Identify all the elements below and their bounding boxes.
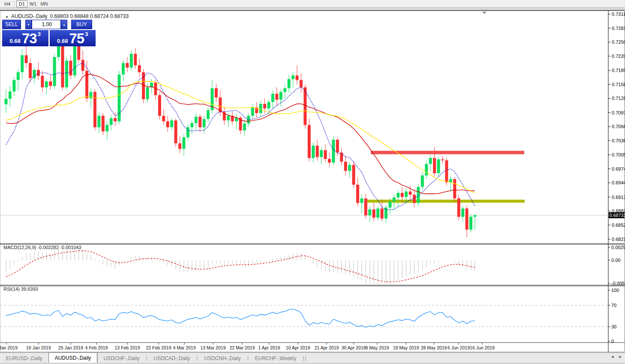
chart-tab-eurusd-daily[interactable]: EURUSD-,Daily (0, 354, 48, 363)
candle-body (61, 45, 64, 87)
chart-tab-eurchf-weekly[interactable]: EURCHF-,Weekly (249, 354, 302, 363)
candle-body (21, 55, 24, 72)
candle-body (388, 202, 391, 208)
candle-body (207, 110, 210, 119)
one-click-trade-panel: SELL ▼ 1.00 ▲ BUY 0.68 73 3 0.68 75 3 (2, 20, 96, 46)
candle-body (134, 54, 137, 66)
candle-body (65, 61, 68, 87)
price-axis-label: 0.70360 (612, 138, 625, 143)
candle-body (198, 117, 201, 127)
symbol-title: AUDUSD-,Daily (11, 13, 48, 19)
time-axis-label: 13 Mar 2019 (201, 345, 226, 350)
timeframe-button-mn[interactable]: MN (39, 0, 50, 7)
timeframe-button-h4[interactable]: H4 (2, 0, 13, 7)
candle-body (344, 162, 347, 171)
candle-body (195, 117, 198, 123)
candle-body (182, 137, 185, 149)
candle-body (312, 146, 315, 158)
chart-tab-audusd-daily[interactable]: AUDUSD-,Daily (48, 352, 98, 363)
candle-body (267, 102, 270, 108)
tab-scroll-buttons: ◄ ► (610, 355, 622, 359)
price-axis-label: 0.71585 (612, 82, 625, 87)
candle-body (263, 104, 266, 108)
candle-body (259, 104, 262, 113)
price-axis-label: 0.71280 (612, 96, 625, 101)
candle-body (453, 179, 456, 199)
tab-scroll-left-icon[interactable]: ◄ (610, 355, 614, 359)
time-axis-label: 6 Jun 2019 (448, 345, 470, 350)
volume-decrease-button[interactable]: ▼ (25, 20, 32, 29)
candle-body (174, 120, 177, 144)
candle-body (279, 92, 282, 99)
candle-body (122, 63, 125, 75)
chart-window[interactable]: 0.731150.728100.725050.722000.718900.715… (0, 11, 625, 352)
candle-body (73, 46, 76, 75)
candle-body (5, 99, 8, 104)
chart-shift-marker-icon[interactable] (482, 12, 487, 14)
macd-axis-label: 0.00 (611, 258, 620, 263)
sell-button[interactable]: SELL (2, 20, 21, 29)
time-axis-label: 4 Feb 2019 (85, 345, 108, 350)
candle-body (429, 158, 432, 164)
buy-price-big: 75 (69, 32, 84, 45)
candle-body (445, 160, 448, 182)
candle-body (53, 57, 56, 86)
candle-body (466, 208, 469, 229)
chart-tab-usdcad-daily[interactable]: USDCAD-,Daily (148, 354, 196, 363)
timeframe-button-d1[interactable]: D1 (16, 0, 27, 7)
chart-tab-usdcnh-daily[interactable]: USDCNH-,Daily (198, 354, 246, 363)
candle-body (146, 87, 149, 99)
candle-body (45, 81, 48, 87)
candle-body (405, 192, 408, 197)
tab-scroll-right-icon[interactable]: ► (619, 355, 622, 359)
price-axis-label: 0.72505 (612, 39, 625, 45)
candle-body (356, 185, 359, 203)
sell-price-sup: 3 (38, 31, 41, 37)
rsi-label: RSI(14) 39.6393 (3, 286, 38, 292)
candle-body (385, 208, 388, 219)
candle-body (473, 215, 476, 217)
macd-axis-label: -0.005256 (611, 281, 625, 286)
window-top-strip (0, 8, 625, 11)
sell-price-button[interactable]: 0.68 73 3 (2, 30, 48, 46)
candle-body (77, 46, 80, 60)
price-axis-label: 0.69745 (612, 166, 625, 171)
price-axis-label: 0.72200 (612, 54, 625, 59)
candle-body (138, 65, 141, 72)
candle-body (332, 140, 335, 163)
candle-body (421, 175, 424, 187)
price-axis-label: 0.69440 (612, 180, 625, 185)
candle-body (324, 150, 327, 159)
buy-button[interactable]: BUY (71, 20, 92, 29)
candle-body (170, 120, 173, 127)
candle-body (437, 159, 440, 173)
candle-body (81, 60, 84, 71)
candle-body (328, 159, 331, 163)
candle-body (251, 108, 254, 116)
candle-body (203, 119, 206, 127)
toolbar-separator (14, 1, 15, 7)
candle-body (380, 208, 383, 219)
candle-body (373, 209, 376, 217)
time-axis-label: 25 Jan 2019 (58, 345, 83, 350)
candle-body (336, 140, 339, 153)
candle-body (461, 208, 464, 217)
candle-body (352, 165, 355, 185)
candle-body (401, 193, 404, 197)
candle-body (227, 116, 230, 120)
chart-canvas[interactable]: 0.731150.728100.725050.722000.718900.715… (0, 11, 625, 352)
volume-increase-button[interactable]: ▲ (61, 20, 67, 29)
macd-axis-label: 0.002984 (611, 245, 625, 250)
chart-tab-usdchf-daily[interactable]: USDCHF-,Daily (97, 354, 145, 363)
time-axis-label: 28 May 2019 (421, 345, 447, 350)
candle-body (295, 75, 298, 80)
candle-body (393, 198, 396, 202)
buy-price-button[interactable]: 0.68 75 3 (50, 30, 96, 46)
time-axis-label: 16 Jun 2019 (470, 345, 495, 350)
timeframe-button-w1[interactable]: W1 (27, 0, 39, 7)
collapse-arrow-icon[interactable]: ▲ (5, 15, 9, 18)
candle-body (29, 63, 32, 78)
time-axis-label: 22 Feb 2019 (146, 345, 171, 350)
volume-input[interactable]: 1.00 (32, 20, 61, 29)
ma_slow-line (6, 81, 475, 193)
